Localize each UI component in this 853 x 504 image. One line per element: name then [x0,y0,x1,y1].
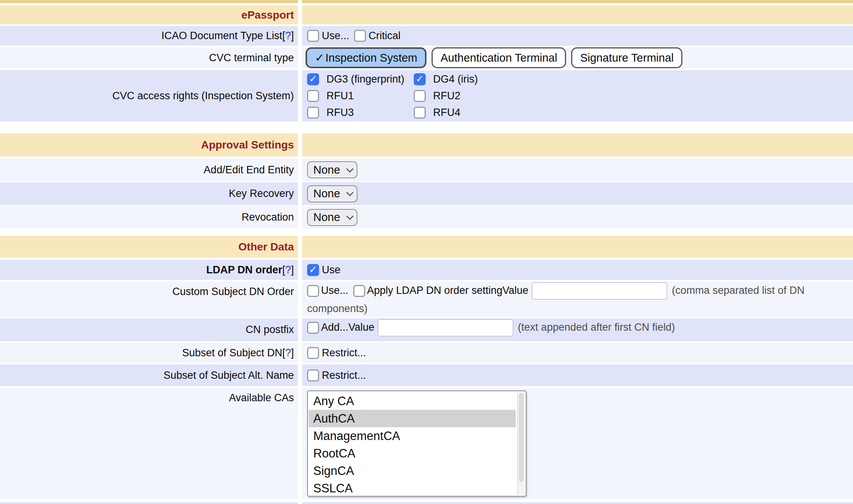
dg3-fingerprint-checkbox-label: DG3 (fingerprint) [326,73,404,85]
checkmark-icon: ✓ [315,51,324,64]
cn-postfix-input[interactable] [378,319,513,337]
ca-option-managementca[interactable]: ManagementCA [309,427,516,445]
help-bracket-close: ] [291,264,294,276]
custom-dn-order-input[interactable] [532,282,667,300]
available-cas-label: Available CAs [229,391,294,405]
apply-ldap-dn-order-checkbox-label: Apply LDAP DN order setting [367,285,502,296]
section-header-other-data: Other Data [0,236,853,258]
dg3-fingerprint-checkbox[interactable]: ✓ [307,73,319,85]
previous-section-strip-right [302,0,853,3]
checkmark-icon: ✓ [309,265,317,274]
section-title-approval-settings: Approval Settings [201,139,294,151]
revocation-select[interactable]: None [307,209,357,226]
section-title-epassport: ePassport [242,9,294,21]
add-edit-end-entity-label: Add/Edit End Entity [204,164,294,176]
ca-option-signca[interactable]: SignCA [309,462,516,480]
key-recovery-label: Key Recovery [229,188,294,200]
subset-subject-alt-name-label: Subset of Subject Alt. Name [164,369,294,381]
ca-option-rootca[interactable]: RootCA [309,445,516,462]
ca-option-authca[interactable]: AuthCA [309,410,516,427]
signature-terminal-button[interactable]: Signature Terminal [571,47,682,68]
listbox-scrollbar-thumb[interactable] [519,393,524,482]
rfu4-checkbox[interactable] [414,107,426,119]
cn-postfix-hint: (text appended after first CN field) [518,321,675,333]
cvc-terminal-type-label: CVC terminal type [209,52,294,64]
ca-option-any-ca[interactable]: Any CA [309,392,516,410]
row-available-cas: Available CAs Any CA AuthCA ManagementCA… [0,388,853,499]
row-subset-of-subject-dn: Subset of Subject DN[?] Restrict... [0,343,853,363]
cn-postfix-value-label: Value [349,321,375,333]
row-icao-document-type-list: ICAO Document Type List[?] Use... Critic… [0,26,853,46]
ldap-dn-order-label: LDAP DN order[?] [206,264,294,276]
subset-subject-dn-restrict-checkbox[interactable] [307,347,319,359]
section-header-other-data-spacer [302,236,853,258]
icao-critical-checkbox[interactable] [354,30,366,42]
next-row-strip-right [302,502,853,504]
inspection-system-button[interactable]: ✓Inspection System [306,47,427,68]
previous-section-strip-left [0,0,298,3]
ldap-dn-order-use-checkbox[interactable]: ✓ [307,264,319,276]
checkmark-icon: ✓ [416,74,424,84]
authentication-terminal-button-label: Authentication Terminal [440,52,557,64]
custom-dn-use-checkbox-label: Use... [321,285,349,296]
cn-postfix-label: CN postfix [245,324,294,336]
help-bracket-close: ] [291,347,294,359]
icao-critical-checkbox-label: Critical [369,30,401,42]
chevron-down-icon [346,212,353,219]
section-header-epassport: ePassport [0,5,853,24]
available-cas-listbox[interactable]: Any CA AuthCA ManagementCA RootCA SignCA… [307,390,527,497]
rfu4-checkbox-label: RFU4 [433,107,461,119]
subset-subject-dn-label: Subset of Subject DN[?] [182,347,294,359]
subset-subject-dn-help-link[interactable]: ? [285,347,291,359]
custom-dn-use-checkbox[interactable] [307,285,319,297]
rfu1-checkbox-label: RFU1 [326,90,354,102]
rfu2-checkbox[interactable] [414,90,426,102]
icao-help-link[interactable]: ? [285,30,291,41]
inspection-system-button-label: Inspection System [325,52,417,64]
revocation-label: Revocation [242,211,294,223]
ldap-dn-order-use-checkbox-label: Use [322,264,340,276]
section-title-other-data: Other Data [238,241,294,253]
cvc-access-rights-label: CVC access rights (Inspection System) [112,90,294,102]
cn-postfix-add-checkbox-label: Add... [321,321,349,333]
section-header-epassport-spacer [302,5,853,24]
key-recovery-select-value: None [313,187,340,200]
chevron-down-icon [346,165,353,172]
row-revocation: Revocation None [0,206,853,228]
rfu3-checkbox[interactable] [307,107,319,119]
icao-use-checkbox-label: Use... [322,30,349,42]
add-edit-end-entity-select[interactable]: None [307,161,357,178]
rfu1-checkbox[interactable] [307,90,319,102]
key-recovery-select[interactable]: None [307,185,357,202]
row-subset-of-subject-alt-name: Subset of Subject Alt. Name Restrict... [0,364,853,386]
row-cvc-access-rights: CVC access rights (Inspection System) ✓ … [0,70,853,121]
subset-subject-alt-name-restrict-checkbox[interactable] [307,369,319,381]
apply-ldap-dn-order-checkbox[interactable] [353,285,365,297]
help-bracket-close: ] [291,30,294,41]
custom-subject-dn-order-label: Custom Subject DN Order [172,285,294,299]
signature-terminal-button-label: Signature Terminal [580,52,673,64]
revocation-select-value: None [313,211,340,224]
chevron-down-icon [346,189,353,196]
row-cn-postfix: CN postfix Add...Value(text appended aft… [0,318,853,341]
rfu3-checkbox-label: RFU3 [326,107,354,119]
icao-document-type-list-label: ICAO Document Type List[?] [161,30,294,42]
subset-subject-alt-name-restrict-label: Restrict... [322,369,366,381]
row-ldap-dn-order: LDAP DN order[?] ✓ Use [0,260,853,280]
dg4-iris-checkbox[interactable]: ✓ [414,73,426,85]
dg4-iris-checkbox-label: DG4 (iris) [433,73,478,85]
custom-dn-value-label: Value [502,285,528,296]
checkmark-icon: ✓ [309,74,317,84]
ca-option-sslca[interactable]: SSLCA [309,480,516,497]
cn-postfix-add-checkbox[interactable] [307,322,319,334]
add-edit-end-entity-select-value: None [313,164,340,176]
listbox-scrollbar[interactable] [517,392,525,495]
icao-use-checkbox[interactable] [307,30,319,42]
ldap-dn-order-help-link[interactable]: ? [285,264,291,276]
authentication-terminal-button[interactable]: Authentication Terminal [432,47,566,68]
next-row-strip [0,502,853,504]
row-key-recovery: Key Recovery None [0,182,853,205]
row-custom-subject-dn-order: Custom Subject DN Order Use...Apply LDAP… [0,281,853,317]
row-cvc-terminal-type: CVC terminal type ✓Inspection System Aut… [0,47,853,68]
section-header-approval-spacer [302,133,853,157]
